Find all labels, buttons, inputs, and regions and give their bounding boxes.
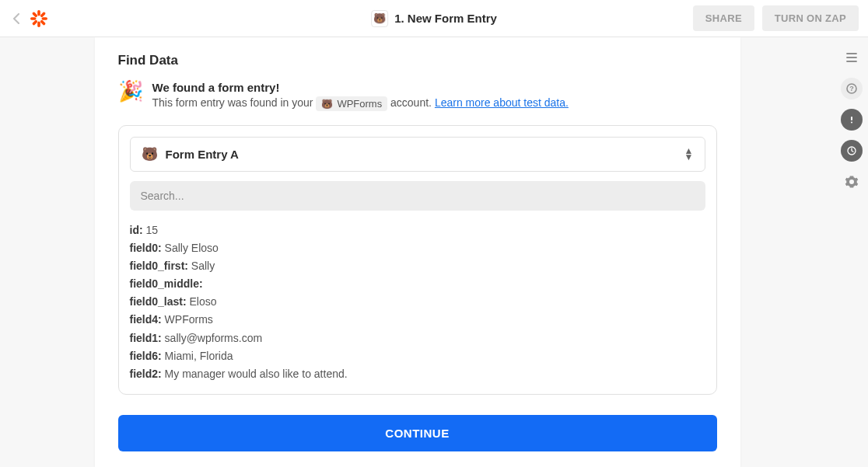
continue-button[interactable]: CONTINUE bbox=[118, 415, 717, 451]
dropdown-left: 🐻 Form Entry A bbox=[142, 146, 239, 162]
party-icon: 🎉 bbox=[118, 81, 143, 101]
field-row: id: 15 bbox=[130, 221, 705, 239]
step-title: 1. New Form Entry bbox=[394, 12, 497, 25]
field-key: field1: bbox=[130, 332, 162, 344]
field-row: field0_last: Eloso bbox=[130, 293, 705, 311]
data-card: 🐻 Form Entry A ▲▼ id: 15field0: Sally El… bbox=[118, 125, 717, 395]
found-sub-suffix: account. bbox=[390, 96, 435, 109]
back-button[interactable] bbox=[9, 12, 23, 26]
main-panel: Find Data 🎉 We found a form entry! This … bbox=[95, 37, 740, 467]
field-value: Eloso bbox=[187, 295, 217, 308]
test-data-link[interactable]: Learn more about test data. bbox=[435, 96, 569, 109]
found-row: 🎉 We found a form entry! This form entry… bbox=[118, 81, 717, 111]
found-text: We found a form entry! This form entry w… bbox=[152, 81, 569, 111]
alert-icon bbox=[846, 114, 857, 125]
step-header: 🐻 1. New Form Entry bbox=[371, 10, 497, 27]
svg-rect-6 bbox=[32, 11, 38, 17]
search-input[interactable] bbox=[130, 181, 705, 211]
sort-icon: ▲▼ bbox=[684, 148, 694, 159]
field-value: Sally bbox=[188, 260, 215, 272]
svg-rect-2 bbox=[30, 17, 37, 20]
section-title: Find Data bbox=[118, 53, 717, 68]
field-key: field0_middle: bbox=[130, 277, 203, 290]
outline-button[interactable] bbox=[841, 47, 863, 68]
dropdown-label: Form Entry A bbox=[166, 148, 239, 161]
found-sub-prefix: This form entry was found in your bbox=[152, 96, 317, 109]
outline-icon bbox=[845, 51, 859, 64]
field-value: My manager would also like to attend. bbox=[162, 368, 348, 380]
field-row: field1: sally@wpforms.com bbox=[130, 329, 705, 347]
field-row: field4: WPForms bbox=[130, 311, 705, 329]
field-row: field0_first: Sally bbox=[130, 257, 705, 275]
field-key: field0_last: bbox=[130, 295, 187, 308]
field-key: id: bbox=[130, 224, 143, 236]
field-value: Sally Eloso bbox=[162, 242, 219, 254]
top-right: SHARE TURN ON ZAP bbox=[693, 5, 859, 31]
found-subtitle: This form entry was found in your 🐻 WPFo… bbox=[152, 96, 569, 111]
field-value: WPForms bbox=[162, 313, 213, 326]
zapier-logo-icon bbox=[30, 9, 48, 28]
field-key: field0: bbox=[130, 242, 162, 254]
svg-rect-1 bbox=[37, 21, 40, 27]
top-bar: 🐻 1. New Form Entry SHARE TURN ON ZAP bbox=[0, 0, 868, 37]
turn-on-zap-button[interactable]: TURN ON ZAP bbox=[762, 5, 859, 31]
field-key: field2: bbox=[130, 368, 162, 380]
svg-rect-3 bbox=[42, 17, 48, 20]
wpforms-chip-label: WPForms bbox=[337, 98, 382, 110]
svg-rect-7 bbox=[40, 19, 46, 26]
field-row: field0_middle: bbox=[130, 275, 705, 293]
top-left bbox=[9, 9, 48, 28]
field-value: sally@wpforms.com bbox=[162, 332, 262, 344]
wpforms-chip-icon: 🐻 bbox=[321, 99, 333, 110]
svg-rect-0 bbox=[37, 10, 40, 16]
field-list: id: 15field0: Sally Elosofield0_first: S… bbox=[130, 221, 705, 383]
chevron-left-icon bbox=[12, 13, 20, 24]
dropdown-app-icon: 🐻 bbox=[142, 146, 158, 162]
field-key: field0_first: bbox=[130, 260, 188, 272]
settings-button[interactable] bbox=[841, 171, 863, 193]
field-key: field4: bbox=[130, 313, 162, 326]
svg-text:?: ? bbox=[849, 85, 854, 92]
share-button[interactable]: SHARE bbox=[693, 5, 754, 31]
entry-dropdown[interactable]: 🐻 Form Entry A ▲▼ bbox=[130, 137, 705, 172]
field-value: Miami, Florida bbox=[162, 350, 233, 362]
alert-button[interactable] bbox=[841, 109, 863, 131]
field-row: field2: My manager would also like to at… bbox=[130, 365, 705, 383]
app-icon: 🐻 bbox=[371, 10, 388, 27]
help-icon: ? bbox=[846, 83, 857, 94]
svg-rect-14 bbox=[851, 117, 852, 120]
right-rail: ? bbox=[835, 37, 868, 193]
field-row: field6: Miami, Florida bbox=[130, 347, 705, 365]
main-area: Find Data 🎉 We found a form entry! This … bbox=[0, 37, 835, 467]
gear-icon bbox=[845, 175, 859, 189]
svg-rect-4 bbox=[40, 11, 46, 17]
wpforms-chip: 🐻 WPForms bbox=[316, 96, 387, 111]
clock-icon bbox=[846, 145, 857, 156]
field-key: field6: bbox=[130, 350, 162, 362]
field-row: field0: Sally Eloso bbox=[130, 239, 705, 257]
help-button[interactable]: ? bbox=[841, 78, 863, 99]
svg-rect-5 bbox=[32, 19, 38, 26]
svg-rect-15 bbox=[851, 122, 852, 124]
found-title: We found a form entry! bbox=[152, 81, 569, 94]
history-button[interactable] bbox=[841, 140, 863, 162]
field-value: 15 bbox=[143, 224, 158, 236]
